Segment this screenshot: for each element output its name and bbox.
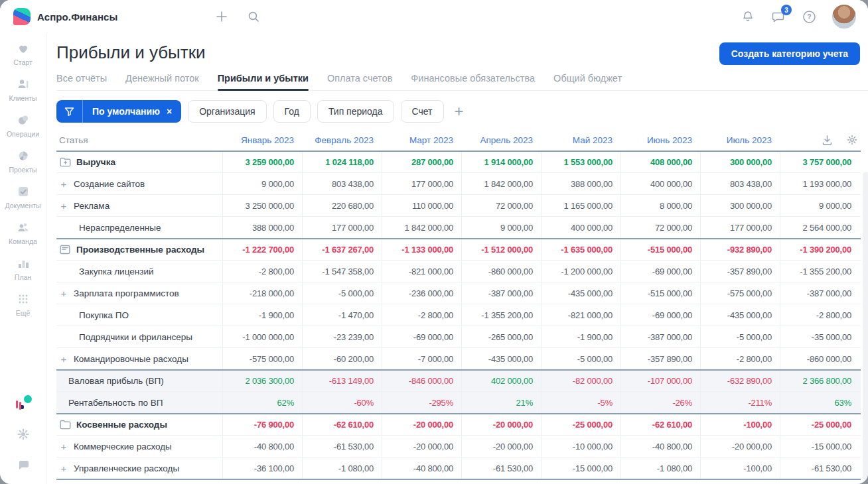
cell-value: -15 000,00 (780, 436, 859, 457)
row-label[interactable]: Закупка лицензий (56, 261, 222, 282)
cell-value: 72 000,00 (461, 195, 541, 216)
row-label[interactable]: Косвенные расходы (56, 414, 222, 435)
column-header-month[interactable]: Январь 2023 (222, 129, 302, 151)
expand-plus-icon[interactable]: + (59, 288, 68, 299)
expand-plus-icon[interactable]: + (59, 441, 68, 452)
row-label[interactable]: Нераспределенные (56, 217, 222, 238)
grid-dots-icon (16, 292, 31, 306)
cell-value: -69 000,00 (382, 326, 461, 347)
folder-plus-icon[interactable] (59, 157, 71, 167)
cell-value: 1 024 118,00 (302, 152, 382, 172)
settings-gear-icon[interactable] (16, 427, 31, 442)
vertical-scrollbar[interactable] (863, 172, 868, 480)
table-bottom-border (56, 479, 861, 480)
card-lines-icon[interactable] (59, 245, 71, 255)
column-header-month[interactable]: Март 2023 (382, 129, 461, 151)
table-row: +Зарплата программистов-218 000,00-5 000… (56, 282, 861, 304)
tab-financial-obligations[interactable]: Финансовые обязательства (411, 73, 535, 90)
support-chat-icon[interactable] (16, 457, 31, 472)
filter-remove-icon[interactable]: × (165, 106, 181, 117)
cell-value: -1 470,00 (302, 304, 382, 326)
row-label[interactable]: Покупка ПО (56, 304, 222, 326)
cell-value: 2 564 000,00 (780, 217, 859, 238)
avatar[interactable] (832, 5, 856, 29)
row-label[interactable]: Производственные расходы (56, 239, 222, 260)
row-label[interactable]: +Создание сайтов (56, 173, 222, 194)
sidebar-item-clients[interactable]: Клиенты (2, 77, 44, 102)
cell-value: 220 680,00 (302, 195, 382, 216)
create-plus-icon[interactable] (214, 9, 229, 24)
expand-plus-icon[interactable]: + (59, 200, 68, 212)
cell-value: -1 133 000,00 (382, 239, 461, 260)
cell-value: 1 193 000,00 (780, 173, 859, 194)
filter-pill-account[interactable]: Счет (401, 100, 444, 123)
cell-value: -62 610,00 (302, 414, 382, 435)
add-filter-icon[interactable]: + (455, 103, 464, 119)
tab-general-budget[interactable]: Общий бюджет (553, 73, 622, 90)
sidebar-item-documents[interactable]: Документы (2, 184, 44, 210)
sidebar-item-team[interactable]: Команда (2, 220, 44, 245)
sidebar-item-projects[interactable]: Проекты (2, 149, 44, 174)
column-header-month[interactable]: Май 2023 (541, 129, 620, 151)
sidebar-item-operations[interactable]: Операции (2, 113, 44, 138)
sidebar-item-start[interactable]: Старт (2, 41, 44, 66)
expand-plus-icon[interactable]: + (59, 353, 68, 365)
column-header-month[interactable]: Июль 2023 (700, 129, 780, 151)
column-header-month[interactable]: Февраль 2023 (302, 129, 382, 151)
cell-value: 400 000,00 (620, 173, 700, 194)
expand-plus-icon[interactable]: + (59, 463, 68, 474)
row-label[interactable]: +Управленческие расходы (56, 457, 222, 479)
cell-value: -613 149,00 (302, 371, 382, 391)
cell-value: -35 000,00 (780, 326, 859, 347)
app-logo-icon (13, 8, 31, 25)
table-row: Выручка3 259 000,001 024 118,00287 000,0… (56, 151, 861, 172)
active-filter-chip[interactable]: По умолчанию × (56, 100, 181, 123)
cell-value: -435 000,00 (700, 304, 780, 326)
cell-value: -1 000 000,00 (222, 326, 302, 347)
cell-value: -387 000,00 (780, 282, 859, 304)
table-settings-gear-icon[interactable] (845, 133, 859, 147)
search-icon[interactable] (246, 9, 261, 24)
row-label[interactable]: Валовая прибыль (ВП) (56, 371, 222, 391)
row-label[interactable]: Выручка (56, 152, 222, 172)
sidebar: Старт Клиенты Операции Проекты Документы… (0, 33, 46, 484)
cell-value: 1 553 000,00 (541, 152, 620, 172)
product-logo-icon[interactable] (15, 395, 32, 411)
tab-profit-loss[interactable]: Прибыли и убытки (218, 73, 309, 90)
row-label[interactable]: +Зарплата программистов (56, 282, 222, 304)
help-icon[interactable]: ? (802, 9, 816, 24)
tab-bill-payment[interactable]: Оплата счетов (327, 73, 392, 90)
filter-bar: По умолчанию × Организация Год Тип перио… (56, 100, 868, 123)
row-label[interactable]: +Коммерческие расходы (56, 436, 222, 457)
cell-value: -515 000,00 (620, 239, 700, 260)
cell-value: -2 800,00 (382, 304, 461, 326)
expand-plus-icon[interactable]: + (59, 178, 68, 190)
tab-all-reports[interactable]: Все отчёты (56, 73, 107, 90)
column-header-month[interactable]: Апрель 2023 (461, 129, 541, 151)
row-label[interactable]: +Реклама (56, 195, 222, 216)
cell-value: -1 547 358,00 (302, 261, 382, 282)
filter-pill-period-type[interactable]: Тип периода (317, 100, 394, 123)
filter-pill-year[interactable]: Год (273, 100, 311, 123)
row-label[interactable]: +Командировочные расходы (56, 348, 222, 369)
row-label[interactable]: Рентабельность по ВП (56, 392, 222, 413)
table-row: +Реклама3 250 000,00220 680,00110 000,00… (56, 194, 861, 216)
sidebar-item-plan[interactable]: План (2, 256, 44, 281)
column-header-month[interactable]: Июнь 2023 (620, 129, 700, 151)
sidebar-item-more[interactable]: Ещё (2, 292, 44, 317)
row-label-text: Покупка ПО (79, 310, 129, 320)
cell-value: -1 900,00 (222, 304, 302, 326)
row-label-text: Валовая прибыль (ВП) (68, 376, 164, 386)
filter-pill-organization[interactable]: Организация (188, 100, 266, 123)
cell-value: -575 000,00 (222, 348, 302, 369)
cell-value: 1 842 000,00 (461, 173, 541, 194)
pie-icon (16, 149, 31, 163)
tab-cash-flow[interactable]: Денежный поток (125, 73, 199, 90)
create-category-button[interactable]: Создать категорию учета (719, 42, 860, 65)
download-icon[interactable] (820, 133, 834, 147)
brand[interactable]: Аспро.Финансы (13, 8, 117, 25)
folder-icon[interactable] (59, 420, 71, 430)
notifications-bell-icon[interactable] (741, 9, 755, 24)
row-label[interactable]: Подрядчики и фрилансеры (56, 326, 222, 347)
messages-button[interactable]: 3 (771, 9, 786, 24)
